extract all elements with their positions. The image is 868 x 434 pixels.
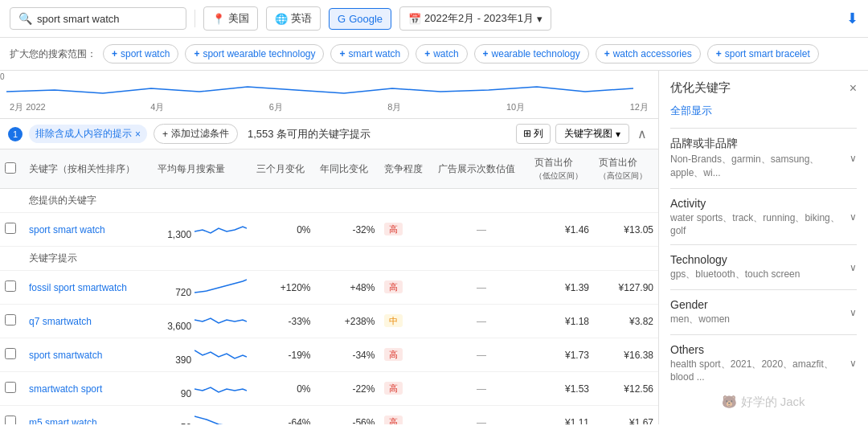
section-title: Gender: [670, 298, 730, 311]
section-title-row-brand[interactable]: 品牌或非品牌 Non-Brands、garmin、samsung、apple、w…: [670, 137, 857, 180]
add-filter-button[interactable]: + 添加过滤条件: [154, 124, 238, 144]
section-title-row-technology[interactable]: Technology gps、bluetooth、touch screen ∨: [670, 253, 857, 281]
impressions-cell: —: [433, 213, 530, 247]
row-checkbox[interactable]: [5, 223, 16, 234]
table-row: sport smart watch 1,300 0% -32% 高 — ¥1.4…: [0, 213, 658, 247]
chip-close-icon[interactable]: ×: [135, 129, 141, 140]
select-all-checkbox[interactable]: [5, 162, 16, 174]
col-keyword[interactable]: 关键字（按相关性排序）: [24, 149, 153, 189]
ychange-cell: +48%: [315, 271, 379, 305]
keyword-cell: m5 smart watch: [24, 406, 153, 425]
low-price-cell: ¥1.11: [530, 406, 594, 425]
tag-sport-wearable[interactable]: + sport wearable technology: [185, 44, 324, 63]
keywords-hint-header: 关键字提示: [0, 247, 658, 271]
ychange-cell: -32%: [315, 213, 379, 247]
keyword-view-button[interactable]: 关键字视图 ▾: [555, 124, 629, 144]
col-qchange[interactable]: 三个月变化: [252, 149, 316, 189]
keyword-section-others: Others health sport、2021、2020、amazfit、bl…: [670, 334, 857, 391]
keyword-section-gender: Gender men、women ∨: [670, 289, 857, 334]
search-input-value: sport smart watch: [37, 13, 120, 25]
tag-label: smart watch: [349, 48, 401, 59]
section-title: Activity: [670, 197, 850, 210]
your-keywords-label: 您提供的关键字: [24, 189, 658, 213]
plus-icon: +: [483, 48, 489, 59]
chevron-down-icon: ∨: [850, 153, 857, 164]
mini-chart-svg: [194, 276, 247, 296]
mini-chart-svg: [194, 411, 247, 424]
col-volume[interactable]: 平均每月搜索量: [153, 149, 252, 189]
close-button[interactable]: ×: [850, 81, 857, 96]
top-bar: 🔍 sport smart watch 📍 美国 🌐 英语 G Google 📅…: [0, 0, 868, 38]
show-all-link[interactable]: 全部显示: [670, 104, 857, 118]
grid-label: 列: [534, 128, 543, 139]
tag-label: sport wearable technology: [203, 48, 315, 59]
search-box[interactable]: 🔍 sport smart watch: [10, 7, 186, 30]
competition-cell: 高: [379, 372, 433, 406]
row-checkbox[interactable]: [5, 416, 16, 424]
impressions-cell: —: [433, 372, 530, 406]
filter-badge: 1: [8, 127, 23, 141]
keywords-table: 关键字（按相关性排序） 平均每月搜索量 三个月变化 年同比变化 竞争程度 广告展…: [0, 149, 658, 424]
expand-label: 扩大您的搜索范围：: [10, 47, 96, 61]
date-button[interactable]: 📅 2022年2月 - 2023年1月 ▾: [399, 6, 551, 31]
keyword-cell: q7 smartwatch: [24, 305, 153, 338]
tag-smart-watch[interactable]: + smart watch: [330, 44, 409, 63]
engine-button[interactable]: G Google: [329, 8, 391, 30]
section-title-row-gender[interactable]: Gender men、women ∨: [670, 298, 857, 326]
filter-chip[interactable]: 排除含成人内容的提示 ×: [29, 125, 147, 143]
competition-cell: 高: [379, 213, 433, 247]
tag-watch[interactable]: + watch: [416, 44, 467, 63]
watermark: 🐻 好学的 Jack: [659, 395, 868, 410]
view-toggle: ⊞ 列 关键字视图 ▾ ∧: [516, 124, 650, 144]
ychange-cell: -56%: [315, 406, 379, 425]
section-title-container: 品牌或非品牌 Non-Brands、garmin、samsung、apple、w…: [670, 137, 850, 180]
col-high-price[interactable]: 页首出价（高位区间）: [594, 149, 658, 189]
table-container: 关键字（按相关性排序） 平均每月搜索量 三个月变化 年同比变化 竞争程度 广告展…: [0, 149, 658, 424]
col-impressions[interactable]: 广告展示次数估值: [433, 149, 530, 189]
ychange-cell: -34%: [315, 338, 379, 372]
tag-wearable-technology[interactable]: + wearable technology: [474, 44, 589, 63]
col-competition[interactable]: 竞争程度: [379, 149, 433, 189]
volume-cell: 720: [153, 271, 252, 305]
engine-label: Google: [349, 13, 383, 25]
col-ychange[interactable]: 年同比变化: [315, 149, 379, 189]
section-title-container: Gender men、women: [670, 298, 730, 326]
impressions-cell: —: [433, 271, 530, 305]
zero-label: 0: [0, 72, 5, 81]
section-title-row-activity[interactable]: Activity water sports、track、running、biki…: [670, 197, 857, 236]
low-price-cell: ¥1.73: [530, 338, 594, 372]
axis-label-4: 8月: [387, 101, 401, 113]
tag-sport-bracelet[interactable]: + sport smart bracelet: [707, 44, 819, 63]
row-checkbox[interactable]: [5, 314, 16, 326]
volume-cell: 1,300: [153, 213, 252, 247]
row-checkbox[interactable]: [5, 280, 16, 292]
axis-label-1: 2月 2022: [10, 101, 46, 113]
language-button[interactable]: 🌐 英语: [266, 6, 321, 31]
competition-cell: 高: [379, 406, 433, 425]
chevron-down-icon: ▾: [537, 13, 542, 25]
keyword-cell: fossil sport smartwatch: [24, 271, 153, 305]
row-checkbox[interactable]: [5, 348, 16, 359]
location-button[interactable]: 📍 美国: [203, 6, 258, 31]
keyword-section-activity: Activity water sports、track、running、biki…: [670, 188, 857, 244]
section-subtitle: gps、bluetooth、touch screen: [670, 268, 800, 281]
search-icon: 🔍: [18, 12, 32, 25]
download-button[interactable]: ⬇: [846, 10, 858, 27]
section-title-container: Activity water sports、track、running、biki…: [670, 197, 850, 236]
tag-watch-accessories[interactable]: + watch accessories: [596, 44, 701, 63]
row-checkbox[interactable]: [5, 382, 16, 393]
section-title-row-others[interactable]: Others health sport、2021、2020、amazfit、bl…: [670, 343, 857, 383]
download-icon: ⬇: [846, 10, 858, 27]
tag-sport-watch[interactable]: + sport watch: [103, 44, 178, 63]
plus-icon: +: [194, 48, 199, 59]
section-title-container: Others health sport、2021、2020、amazfit、bl…: [670, 343, 850, 383]
competition-cell: 高: [379, 271, 433, 305]
mini-chart-svg: [194, 310, 247, 330]
chevron-down-icon: ∨: [850, 211, 857, 223]
collapse-button[interactable]: ∧: [634, 126, 650, 141]
your-keywords-header: 您提供的关键字: [0, 189, 658, 213]
axis-label-2: 4月: [150, 101, 164, 113]
grid-view-button[interactable]: ⊞ 列: [516, 124, 551, 144]
engine-icon: G: [338, 13, 346, 25]
col-low-price[interactable]: 页首出价（低位区间）: [530, 149, 594, 189]
